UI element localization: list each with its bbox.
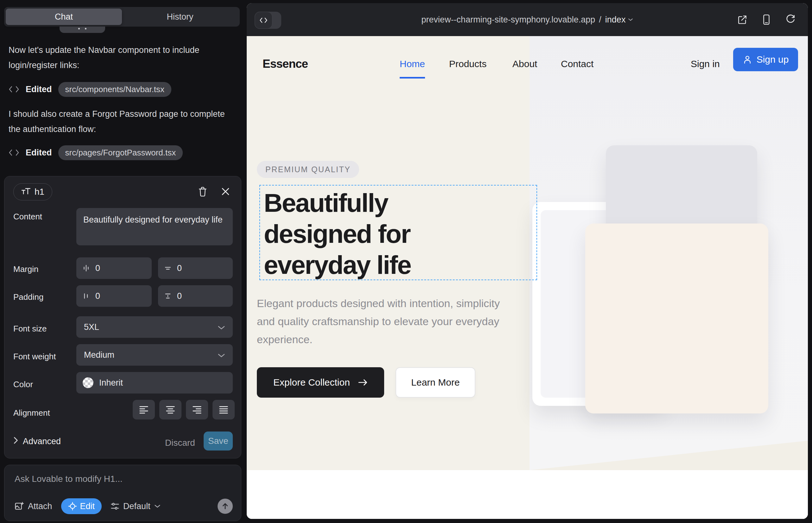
font-size-label: Font size [13, 324, 47, 334]
preview-actions [737, 3, 796, 36]
padding-y-value: 0 [177, 291, 182, 301]
chevron-right-icon [13, 437, 18, 446]
nav-link-contact[interactable]: Contact [561, 58, 594, 69]
align-justify-button[interactable] [212, 400, 235, 419]
edited-label: Edited [26, 85, 52, 94]
font-size-value: 5XL [84, 322, 99, 332]
margin-x-value: 0 [95, 264, 100, 273]
chevron-down-icon [217, 350, 225, 360]
transparency-swatch-icon [83, 377, 93, 388]
sign-up-label: Sign up [757, 54, 789, 65]
chevron-down-icon [628, 18, 633, 21]
edit-label: Edit [80, 502, 95, 511]
selected-element-tag: h1 [13, 183, 52, 200]
margin-label: Margin [13, 264, 38, 274]
chat-composer: Attach Edit Default [4, 465, 241, 521]
edited-file-row: Edited src/pages/ForgotPassword.tsx [8, 145, 183, 160]
chevron-down-icon [217, 322, 225, 332]
hero-heading-line: everyday life [264, 250, 536, 281]
composer-toolbar: Attach Edit Default [15, 498, 233, 515]
app-window: Chat History Now let's update the Navbar… [0, 0, 812, 523]
model-mode-select[interactable]: Default [110, 502, 161, 511]
chat-message: Now let's update the Navbar component to… [8, 42, 238, 73]
margin-y-value: 0 [177, 264, 182, 273]
chat-message: I should also create a Forgot Password p… [8, 106, 238, 137]
save-button[interactable]: Save [204, 432, 233, 451]
smartphone-icon [762, 14, 771, 25]
alignment-group [133, 400, 235, 419]
site-navbar: Essence Home Products About Contact Sign… [247, 36, 808, 87]
attach-label: Attach [28, 502, 52, 511]
attach-button[interactable]: Attach [15, 502, 52, 511]
margin-horizontal-icon [82, 264, 90, 272]
font-weight-label: Font weight [13, 352, 56, 362]
premium-quality-badge: PREMIUM QUALITY [257, 161, 359, 178]
preview-topbar: preview--charming-site-symphony.lovable.… [247, 3, 808, 36]
code-icon [8, 86, 19, 93]
delete-element-button[interactable] [196, 184, 210, 198]
refresh-button[interactable] [785, 14, 796, 25]
chat-history-tabs: Chat History [4, 7, 240, 26]
truncated-scrolled-button[interactable] [59, 26, 105, 33]
discard-button[interactable]: Discard [165, 438, 195, 448]
target-icon [68, 502, 77, 511]
font-weight-value: Medium [84, 350, 114, 360]
padding-vertical-icon [164, 292, 172, 300]
refresh-icon [785, 15, 796, 25]
tab-history[interactable]: History [122, 8, 238, 25]
margin-x-input[interactable]: 0 [76, 257, 152, 279]
url-separator: / [599, 15, 601, 25]
sign-up-button[interactable]: Sign up [733, 48, 798, 71]
send-button[interactable] [217, 499, 233, 514]
file-chip[interactable]: src/components/Navbar.tsx [58, 82, 172, 97]
hero-heading-line: designed for [264, 218, 536, 250]
learn-more-button[interactable]: Learn More [395, 367, 475, 398]
content-input[interactable]: Beautifully designed for everyday life [76, 208, 233, 245]
nav-link-about[interactable]: About [512, 58, 537, 69]
padding-label: Padding [13, 292, 43, 302]
arrow-up-icon [222, 502, 229, 510]
chevron-down-icon [154, 504, 161, 508]
open-external-button[interactable] [737, 14, 748, 25]
align-center-button[interactable] [159, 400, 181, 419]
margin-y-input[interactable]: 0 [158, 257, 233, 279]
edit-mode-button[interactable]: Edit [61, 498, 102, 514]
advanced-toggle[interactable]: Advanced [13, 437, 61, 446]
hero-heading-line: Beautifully [264, 187, 536, 218]
content-label: Content [13, 212, 42, 222]
preview-panel: preview--charming-site-symphony.lovable.… [247, 3, 808, 519]
close-icon[interactable] [218, 184, 232, 198]
composer-input[interactable] [15, 474, 230, 484]
selected-h1-element[interactable]: Beautifully designed for everyday life [259, 185, 537, 280]
explore-collection-button[interactable]: Explore Collection [257, 367, 384, 398]
align-left-button[interactable] [133, 400, 155, 419]
explore-collection-label: Explore Collection [273, 377, 350, 388]
external-link-icon [737, 15, 747, 25]
person-icon [743, 55, 752, 64]
mode-label: Default [123, 502, 151, 511]
sign-in-link[interactable]: Sign in [691, 58, 720, 69]
page-selector[interactable]: index [605, 15, 633, 25]
mobile-view-button[interactable] [761, 14, 772, 25]
tag-name: h1 [35, 187, 44, 197]
color-input[interactable]: Inherit [76, 372, 233, 394]
attach-image-icon [15, 502, 24, 511]
file-chip[interactable]: src/pages/ForgotPassword.tsx [58, 145, 183, 160]
hero-cta-row: Explore Collection Learn More [257, 367, 475, 398]
font-weight-select[interactable]: Medium [76, 344, 233, 366]
nav-link-products[interactable]: Products [449, 58, 487, 69]
nav-link-home[interactable]: Home [400, 58, 425, 69]
padding-y-input[interactable]: 0 [158, 285, 233, 307]
font-size-select[interactable]: 5XL [76, 316, 233, 338]
arrow-right-icon [358, 379, 368, 386]
align-right-button[interactable] [186, 400, 208, 419]
code-icon [8, 149, 19, 157]
tab-chat[interactable]: Chat [6, 8, 122, 25]
edited-file-row: Edited src/components/Navbar.tsx [8, 82, 171, 97]
page-name: index [605, 15, 626, 25]
hero-description: Elegant products designed with intention… [257, 294, 513, 348]
advanced-label: Advanced [23, 437, 61, 446]
active-nav-underline [400, 77, 425, 78]
padding-x-input[interactable]: 0 [76, 285, 152, 307]
site-logo[interactable]: Essence [263, 57, 308, 71]
